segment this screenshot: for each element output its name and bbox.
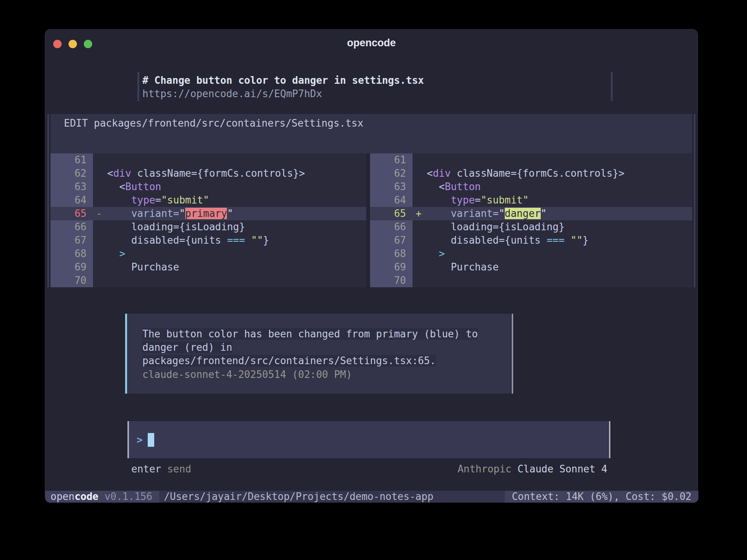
line-number: 65 — [51, 207, 93, 220]
message-line: packages/frontend/src/containers/Setting… — [142, 354, 436, 368]
code-line: Purchase — [93, 260, 366, 274]
edit-file-sep — [88, 117, 94, 129]
message-line: The button color has been changed from p… — [142, 327, 478, 341]
code-line: disabled={units === ""} — [413, 234, 692, 247]
prompt-title: # Change button color to danger in setti… — [142, 74, 424, 87]
diff-pane-before: 6162 <div className={formCs.controls}>63… — [51, 153, 366, 287]
prompt-chevron: > — [137, 434, 143, 446]
code-line: <div className={formCs.controls}> — [93, 167, 366, 180]
code-line: disabled={units === ""} — [93, 234, 366, 247]
app-version-chip: opencode v0.1.156 — [45, 491, 159, 503]
context-cost-chip: Context: 14K (6%), Cost: $0.02 — [505, 491, 698, 503]
code-line: <Button — [413, 180, 692, 194]
line-number: 66 — [51, 220, 93, 234]
input-right-border — [609, 421, 610, 458]
code-line: type="submit" — [413, 194, 692, 207]
code-line: loading={isLoading} — [413, 220, 692, 234]
line-number: 68 — [370, 247, 413, 260]
model-indicator: Anthropic Claude Sonnet 4 — [458, 464, 607, 474]
opencode-window: opencode # Change button color to danger… — [45, 29, 698, 502]
code-line: + variant="danger" — [413, 207, 692, 220]
line-number: 69 — [370, 260, 413, 274]
diff-pane-after: 6162 <div className={formCs.controls}>63… — [370, 153, 692, 287]
line-number: 63 — [370, 180, 413, 194]
code-line — [413, 153, 692, 167]
line-number: 70 — [370, 274, 413, 287]
hint-key: enter — [131, 463, 161, 475]
block-indicator-line — [47, 114, 49, 287]
line-number: 67 — [51, 234, 93, 247]
code-line — [413, 274, 692, 287]
line-number: 61 — [51, 153, 93, 167]
code-line — [93, 274, 366, 287]
prompt-left-bar — [137, 72, 139, 101]
code-line: <div className={formCs.controls}> — [413, 167, 692, 180]
removed-line-marker: - — [96, 207, 102, 220]
code-line: Purchase — [413, 260, 692, 274]
keybind-hint: enter send — [131, 464, 191, 474]
added-line-marker: + — [416, 207, 422, 220]
line-number: 70 — [51, 274, 93, 287]
message-right-border — [512, 314, 513, 394]
edit-tool-header: EDIT packages/frontend/src/containers/Se… — [51, 114, 692, 153]
line-number: 62 — [51, 167, 93, 180]
code-line: > — [93, 247, 366, 260]
desktop-background: opencode # Change button color to danger… — [0, 0, 747, 560]
line-number: 67 — [370, 234, 413, 247]
edit-file-path: packages/frontend/src/containers/Setting… — [94, 117, 363, 129]
input-prompt-row[interactable]: > — [137, 421, 154, 458]
code-line: type="submit" — [93, 194, 366, 207]
line-number: 66 — [370, 220, 413, 234]
code-line — [93, 153, 366, 167]
text-cursor — [148, 433, 154, 447]
line-number: 64 — [370, 194, 413, 207]
line-number: 63 — [51, 180, 93, 194]
hint-action: send — [167, 463, 191, 475]
line-number: 61 — [370, 153, 413, 167]
working-directory: /Users/jayair/Desktop/Projects/demo-note… — [159, 491, 505, 503]
line-number: 69 — [51, 260, 93, 274]
prompt-right-bar — [611, 72, 613, 101]
window-title: opencode — [45, 37, 698, 49]
line-number: 68 — [51, 247, 93, 260]
message-line: danger (red) in — [142, 341, 232, 354]
code-line: <Button — [93, 180, 366, 194]
code-line: - variant="primary" — [93, 207, 366, 220]
model-label: Claude Sonnet 4 — [517, 463, 607, 475]
line-number: 64 — [51, 194, 93, 207]
message-model-timestamp: claude-sonnet-4-20250514 (02:00 PM) — [142, 368, 352, 381]
line-number: 62 — [370, 167, 413, 180]
provider-label: Anthropic — [458, 463, 512, 475]
status-bar: opencode v0.1.156 /Users/jayair/Desktop/… — [45, 491, 698, 503]
prompt-input[interactable] — [129, 421, 608, 458]
edit-action-label: EDIT — [64, 117, 88, 129]
block-indicator-line-right — [694, 114, 695, 287]
code-line: loading={isLoading} — [93, 220, 366, 234]
line-number: 65 — [370, 207, 413, 220]
code-line: > — [413, 247, 692, 260]
share-url: https://opencode.ai/s/EQmP7hDx — [142, 88, 322, 100]
